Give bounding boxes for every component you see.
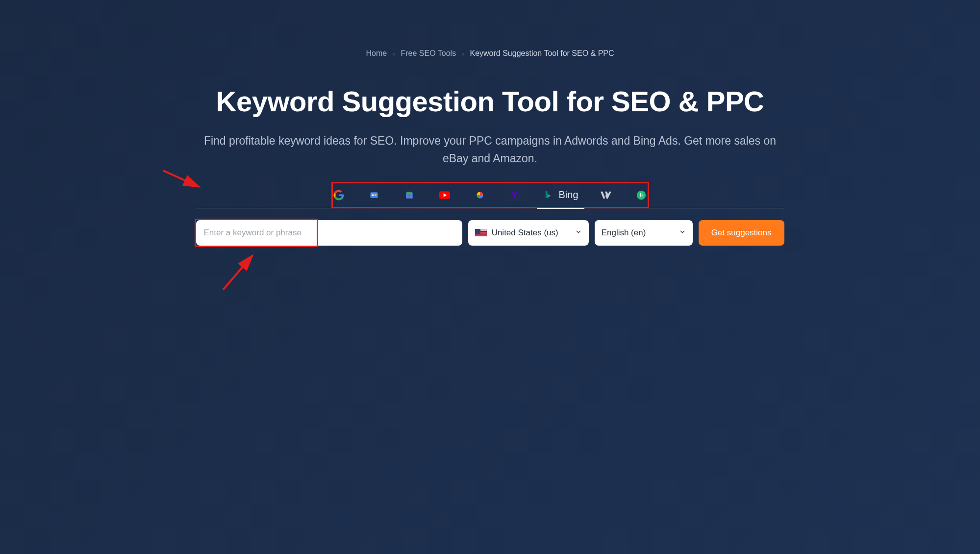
engine-tab-google-news[interactable]	[363, 184, 385, 206]
bing-icon	[543, 190, 553, 201]
page-title: Keyword Suggestion Tool for SEO & PPC	[196, 85, 784, 118]
youtube-icon	[439, 190, 450, 201]
engine-tab-google-shopping[interactable]	[399, 184, 420, 206]
engine-tab-yahoo[interactable]	[504, 184, 526, 206]
chevron-down-icon	[679, 228, 686, 237]
annotation-arrow-input	[218, 251, 262, 295]
us-flag-icon	[475, 229, 487, 237]
engine-tab-youtube[interactable]	[434, 184, 455, 206]
language-select-value: English (en)	[602, 228, 646, 238]
breadcrumb: Home › Free SEO Tools › Keyword Suggesti…	[196, 49, 784, 58]
svg-point-7	[517, 197, 519, 198]
google-photos-icon	[475, 190, 485, 201]
language-select[interactable]: English (en)	[595, 220, 693, 246]
chevron-right-icon: ›	[462, 50, 464, 57]
chevron-down-icon	[575, 228, 582, 237]
breadcrumb-tools[interactable]: Free SEO Tools	[401, 49, 456, 58]
svg-line-0	[163, 171, 199, 187]
engine-tab-google[interactable]	[328, 184, 350, 206]
google-icon	[333, 190, 344, 201]
engine-tab-bing-label: Bing	[558, 189, 578, 201]
svg-rect-2	[372, 194, 374, 194]
engine-tabs: Bing fi	[196, 182, 784, 208]
fiverr-icon: fi	[636, 190, 647, 201]
keyword-input[interactable]	[196, 220, 462, 246]
svg-rect-4	[375, 194, 377, 196]
svg-rect-1	[371, 192, 378, 198]
svg-point-5	[408, 194, 411, 197]
breadcrumb-current: Keyword Suggestion Tool for SEO & PPC	[470, 49, 614, 58]
engine-tab-wikipedia[interactable]	[595, 184, 617, 206]
get-suggestions-button[interactable]: Get suggestions	[699, 220, 784, 246]
wikipedia-icon	[601, 190, 611, 201]
country-select[interactable]: United States (us)	[468, 220, 589, 246]
page-subtitle: Find profitable keyword ideas for SEO. I…	[196, 132, 784, 167]
engine-tab-bing[interactable]: Bing	[540, 184, 581, 206]
google-shopping-icon	[404, 190, 415, 201]
svg-line-10	[223, 255, 252, 290]
breadcrumb-home[interactable]: Home	[366, 49, 387, 58]
country-select-value: United States (us)	[492, 228, 558, 238]
yahoo-icon	[510, 190, 521, 201]
svg-rect-3	[372, 195, 374, 196]
chevron-right-icon: ›	[393, 50, 395, 57]
svg-text:fi: fi	[639, 192, 642, 198]
engine-tab-google-photos[interactable]	[469, 184, 491, 206]
keyword-input-wrap	[196, 220, 462, 246]
engine-tab-fiverr[interactable]: fi	[630, 184, 652, 206]
google-news-icon	[369, 190, 379, 201]
